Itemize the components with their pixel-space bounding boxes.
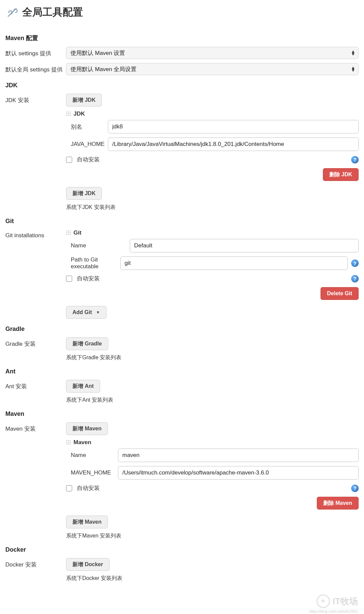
git-name-label: Name [71, 242, 130, 249]
help-icon[interactable]: ? [351, 156, 359, 163]
add-maven-button-2[interactable]: 新增 Maven [66, 516, 108, 528]
delete-maven-button[interactable]: 删除 Maven [317, 497, 359, 510]
maven-auto-install-checkbox[interactable] [66, 485, 72, 491]
add-gradle-button[interactable]: 新增 Gradle [66, 337, 108, 350]
caret-down-icon: ▼ [96, 310, 100, 315]
maven-home-input[interactable] [118, 466, 359, 480]
jdk-auto-install-checkbox[interactable] [66, 157, 72, 163]
git-auto-install-label: 自动安装 [77, 275, 348, 282]
jdk-list-desc: 系统下JDK 安装列表 [66, 204, 359, 211]
drag-handle-icon[interactable] [66, 440, 71, 445]
maven-heading: Maven [5, 410, 359, 418]
jdk-alias-input[interactable] [108, 120, 359, 133]
drag-handle-icon[interactable] [66, 230, 71, 236]
ant-heading: Ant [5, 368, 359, 375]
git-name-input[interactable] [130, 239, 359, 252]
jdk-auto-install-label: 自动安装 [77, 156, 348, 163]
jdk-home-label: JAVA_HOME [71, 141, 108, 148]
ant-install-label: Ant 安装 [5, 380, 66, 390]
maven-home-label: MAVEN_HOME [71, 469, 118, 476]
gradle-list-desc: 系统下Gradle 安装列表 [66, 354, 359, 361]
gradle-install-label: Gradle 安装 [5, 337, 66, 348]
gradle-heading: Gradle [5, 326, 359, 333]
help-icon[interactable]: ? [351, 275, 359, 282]
jdk-install-label: JDK 安装 [5, 94, 66, 104]
git-heading: Git [5, 218, 359, 225]
add-docker-button[interactable]: 新增 Docker [66, 558, 110, 571]
docker-list-desc: 系统下Docker 安装列表 [66, 575, 359, 582]
drag-handle-icon[interactable] [66, 111, 71, 117]
maven-list-desc: 系统下Maven 安装列表 [66, 532, 359, 540]
jdk-home-input[interactable] [108, 137, 359, 151]
ant-list-desc: 系统下Ant 安装列表 [66, 397, 359, 404]
git-auto-install-checkbox[interactable] [66, 276, 72, 282]
docker-heading: Docker [5, 546, 359, 553]
maven-name-label: Name [71, 452, 118, 459]
add-ant-button[interactable]: 新增 Ant [66, 380, 100, 393]
delete-jdk-button[interactable]: 删除 JDK [323, 168, 359, 181]
git-path-label: Path to Git executable [71, 256, 120, 270]
maven-auto-install-label: 自动安装 [77, 484, 348, 492]
git-install-label: Git installations [5, 229, 66, 239]
docker-install-label: Docker 安装 [5, 558, 66, 569]
help-icon[interactable]: ? [351, 485, 359, 492]
jdk-heading: JDK [5, 82, 359, 89]
maven-subtitle: Maven [66, 439, 359, 446]
add-git-button[interactable]: Add Git ▼ [66, 306, 107, 319]
maven-install-label: Maven 安装 [5, 422, 66, 433]
add-maven-button[interactable]: 新增 Maven [66, 422, 108, 435]
watermark: ✦ IT牧场 [316, 594, 358, 606]
add-jdk-button-2[interactable]: 新增 JDK [66, 187, 102, 200]
maven-config-heading: Maven 配置 [5, 34, 359, 42]
add-jdk-button[interactable]: 新增 JDK [66, 94, 102, 106]
maven-global-settings-select[interactable]: 使用默认 Maven 全局设置 [66, 63, 359, 75]
maven-name-input[interactable] [118, 449, 359, 462]
maven-default-settings-select[interactable]: 使用默认 Maven 设置 [66, 47, 359, 59]
tools-icon [5, 6, 19, 19]
git-path-input[interactable] [120, 256, 348, 270]
git-subtitle: Git [66, 229, 359, 236]
jdk-alias-label: 别名 [71, 123, 108, 131]
delete-git-button[interactable]: Delete Git [321, 287, 359, 300]
help-icon[interactable]: ? [351, 259, 359, 267]
page-header: 全局工具配置 [5, 0, 359, 27]
wechat-icon: ✦ [316, 594, 330, 606]
jdk-subtitle: JDK [66, 111, 359, 117]
page-title: 全局工具配置 [22, 5, 83, 19]
maven-default-settings-label: 默认 settings 提供 [5, 47, 66, 57]
maven-global-settings-label: 默认全局 settings 提供 [5, 63, 66, 73]
